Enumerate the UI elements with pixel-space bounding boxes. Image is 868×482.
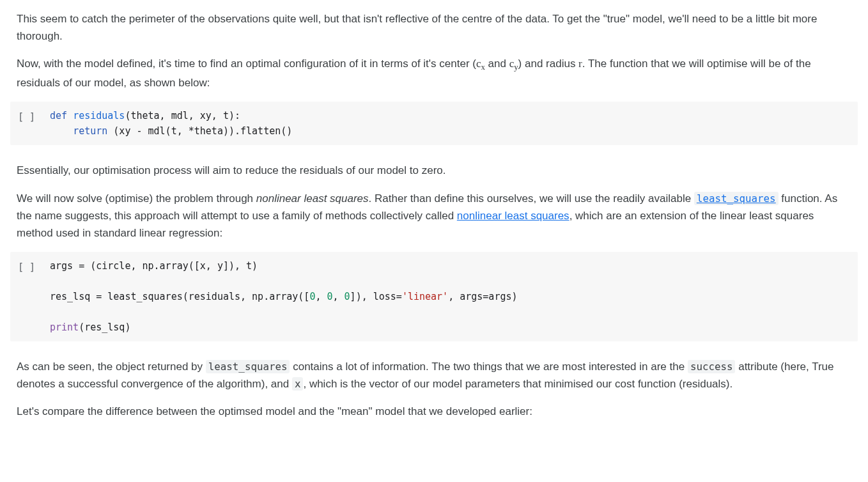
code-gutter[interactable]: [ ] bbox=[10, 258, 50, 335]
math-cx: cx bbox=[476, 58, 485, 70]
notebook-page: This seem to catch the perimeter of the … bbox=[0, 0, 868, 450]
text-fragment: and bbox=[485, 58, 509, 70]
paragraph: We will now solve (optimise) the problem… bbox=[17, 190, 851, 242]
code-editor[interactable]: args = (circle, np.array([x, y]), t) res… bbox=[50, 258, 858, 335]
text-cell-intro: This seem to catch the perimeter of the … bbox=[0, 10, 868, 91]
paragraph: This seem to catch the perimeter of the … bbox=[17, 10, 851, 45]
link-least-squares-api[interactable]: least_squares bbox=[694, 192, 779, 205]
code-cell-residuals[interactable]: [ ] def residuals(theta, mdl, xy, t): re… bbox=[10, 102, 858, 145]
inline-code: least_squares bbox=[206, 360, 290, 373]
text-fragment: . Rather than define this ourselves, we … bbox=[369, 192, 694, 205]
paragraph: Let's compare the difference between the… bbox=[17, 403, 851, 420]
paragraph: Now, with the model defined, it's time t… bbox=[17, 55, 851, 91]
text-cell-result: As can be seen, the object returned by l… bbox=[0, 358, 868, 421]
emphasis: nonlinear least squares bbox=[256, 192, 369, 205]
paragraph: Essentially, our optimisation process wi… bbox=[17, 162, 851, 179]
link-nonlinear-least-squares[interactable]: nonlinear least squares bbox=[457, 210, 570, 222]
text-fragment: , which is the vector of our model param… bbox=[303, 378, 732, 390]
inline-code: success bbox=[688, 360, 736, 373]
text-fragment: We will now solve (optimise) the problem… bbox=[17, 192, 256, 205]
code-cell-least-squares[interactable]: [ ] args = (circle, np.array([x, y]), t)… bbox=[10, 252, 858, 341]
text-fragment: contains a lot of information. The two t… bbox=[290, 361, 687, 373]
text-fragment: ) and radius bbox=[518, 58, 579, 70]
inline-code: least_squares bbox=[694, 192, 779, 205]
code-editor[interactable]: def residuals(theta, mdl, xy, t): return… bbox=[50, 108, 858, 139]
code-gutter[interactable]: [ ] bbox=[10, 108, 50, 139]
paragraph: As can be seen, the object returned by l… bbox=[17, 358, 851, 393]
text-fragment: As can be seen, the object returned by bbox=[17, 361, 206, 373]
math-cy: cy bbox=[509, 58, 518, 70]
text-cell-explain: Essentially, our optimisation process wi… bbox=[0, 162, 868, 242]
text-fragment: Now, with the model defined, it's time t… bbox=[17, 58, 476, 70]
inline-code: x bbox=[292, 377, 304, 391]
